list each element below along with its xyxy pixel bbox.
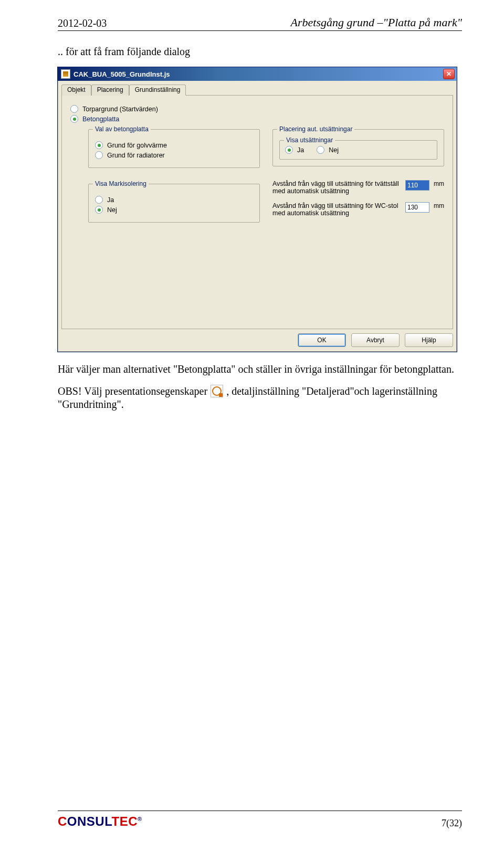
label-mark-ja: Ja — [107, 196, 114, 204]
radio-betongplatta[interactable] — [70, 115, 78, 123]
header-title: Arbetsgång grund –"Platta på mark" — [291, 16, 462, 29]
tab-grundinstallning[interactable]: Grundinställning — [129, 85, 186, 96]
fieldset-markisolering: Visa Markisolering Ja Nej — [88, 184, 260, 223]
unit-mm-1: mm — [434, 180, 444, 187]
legend-markisolering: Visa Markisolering — [93, 180, 149, 187]
after-dialog-text: Här väljer man alternativet "Betongplatt… — [58, 363, 462, 375]
fieldset-placering-aut: Placering aut. utsättningar Visa utsättn… — [272, 129, 444, 166]
avbryt-button[interactable]: Avbryt — [351, 333, 400, 347]
unit-mm-2: mm — [434, 202, 444, 209]
radio-torpargrund[interactable] — [70, 105, 78, 113]
label-betongplatta: Betongplatta — [82, 115, 119, 123]
page-number: 7(32) — [442, 818, 462, 829]
label-visa-ja: Ja — [297, 146, 304, 154]
window-title: CAK_BUA_5005_GrundInst.js — [74, 70, 170, 78]
label-avstand-tvattstall: Avstånd från vägg till utsättning för tv… — [272, 180, 401, 195]
ok-button[interactable]: OK — [298, 333, 346, 347]
hjalp-button[interactable]: Hjälp — [405, 333, 453, 347]
label-avstand-wc: Avstånd från vägg till utsättning för WC… — [272, 202, 401, 217]
header-rule — [58, 30, 462, 31]
legend-val-betongplatta: Val av betongplatta — [93, 125, 151, 133]
fieldset-val-betongplatta: Val av betongplatta Grund för golvvärme … — [88, 129, 260, 168]
header-date: 2012-02-03 — [58, 17, 107, 29]
footer-rule — [58, 811, 462, 811]
label-visa-nej: Nej — [329, 146, 339, 154]
titlebar: CAK_BUA_5005_GrundInst.js ✕ — [58, 67, 457, 81]
tab-placering[interactable]: Placering — [91, 85, 129, 96]
radio-radiatorer[interactable] — [95, 151, 103, 159]
obs-text-line2: "Grundritning". — [58, 398, 462, 411]
label-golvvarme: Grund för golvvärme — [107, 142, 167, 149]
close-button[interactable]: ✕ — [443, 69, 455, 79]
script-file-icon — [61, 69, 70, 79]
tab-objekt[interactable]: Objekt — [61, 85, 91, 96]
legend-placering-aut: Placering aut. utsättningar — [277, 125, 354, 133]
close-icon: ✕ — [446, 70, 452, 78]
input-avstand-wc[interactable] — [405, 202, 429, 213]
radio-mark-ja[interactable] — [95, 196, 103, 204]
input-avstand-tvattstall[interactable] — [405, 180, 429, 191]
radio-golvvarme[interactable] — [95, 141, 103, 149]
presentation-properties-icon — [211, 385, 223, 397]
label-torpargrund: Torpargrund (Startvärden) — [82, 106, 158, 113]
legend-visa-utsattningar: Visa utsättningar — [284, 136, 335, 144]
label-mark-nej: Nej — [107, 206, 117, 214]
fieldset-visa-utsattningar: Visa utsättningar Ja Nej — [279, 140, 437, 160]
consultec-logo: CONSULTEC® — [58, 814, 142, 829]
radio-visa-ja[interactable] — [285, 146, 293, 154]
dialog-window: CAK_BUA_5005_GrundInst.js ✕ Objekt Place… — [58, 67, 457, 352]
radio-visa-nej[interactable] — [317, 146, 324, 154]
label-radiatorer: Grund för radiatorer — [107, 152, 165, 159]
obs-text-pre: OBS! Välj presentationsegenskaper — [58, 385, 207, 397]
radio-mark-nej[interactable] — [95, 206, 103, 214]
obs-text-post: , detaljinställning "Detaljerad"och lage… — [226, 385, 437, 397]
intro-text: .. för att få fram följande dialog — [58, 46, 462, 58]
